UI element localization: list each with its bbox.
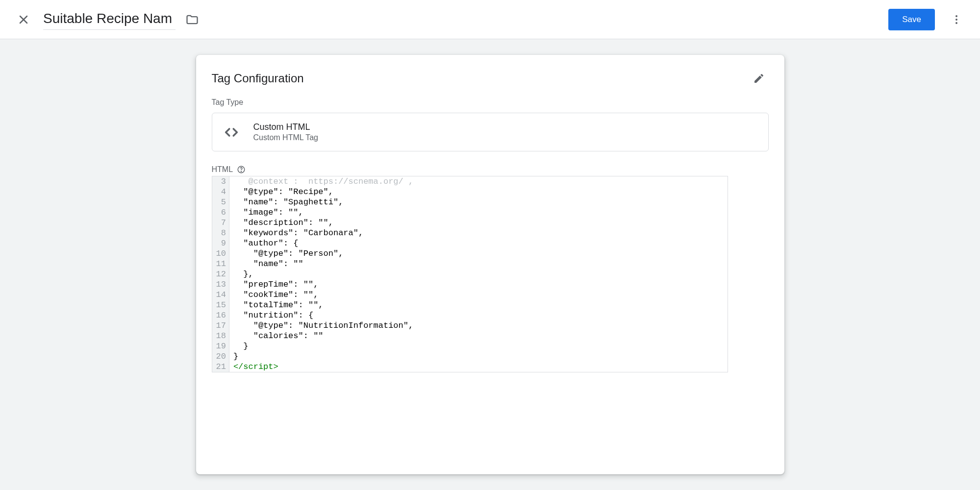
tag-type-name: Custom HTML xyxy=(253,122,318,132)
card-title: Tag Configuration xyxy=(212,72,304,85)
folder-button[interactable] xyxy=(185,13,199,26)
edit-button[interactable] xyxy=(749,69,769,88)
code-content[interactable]: @context : nttps://scnema.org/ , "@type"… xyxy=(229,176,728,372)
tag-type-selector[interactable]: Custom HTML Custom HTML Tag xyxy=(212,113,769,151)
folder-icon xyxy=(185,13,199,26)
header-actions: Save xyxy=(888,8,968,31)
more-vert-icon xyxy=(951,14,962,25)
code-gutter: 3456789101112131415161718192021 xyxy=(212,176,229,372)
pencil-icon xyxy=(753,73,765,84)
tag-config-card: Tag Configuration Tag Type Custom HTML C… xyxy=(196,55,784,474)
svg-point-4 xyxy=(955,22,957,24)
svg-point-6 xyxy=(241,171,241,172)
tag-name-input[interactable] xyxy=(43,9,176,30)
html-field-label: HTML xyxy=(212,165,233,174)
svg-point-3 xyxy=(955,19,957,21)
help-button[interactable] xyxy=(237,165,246,174)
app-header: Save xyxy=(0,0,980,39)
close-button[interactable] xyxy=(12,8,35,31)
title-area xyxy=(43,9,888,30)
tag-type-info: Custom HTML Custom HTML Tag xyxy=(253,122,318,142)
html-code-editor[interactable]: 3456789101112131415161718192021 @context… xyxy=(212,176,728,372)
html-label-row: HTML xyxy=(212,165,769,174)
help-icon xyxy=(237,165,246,174)
svg-point-2 xyxy=(955,15,957,17)
tag-type-label: Tag Type xyxy=(212,98,769,107)
save-button[interactable]: Save xyxy=(888,9,935,30)
tag-type-desc: Custom HTML Tag xyxy=(253,133,318,142)
card-header: Tag Configuration xyxy=(212,69,769,88)
content-area: Tag Configuration Tag Type Custom HTML C… xyxy=(0,39,980,490)
code-icon-wrapper xyxy=(223,124,240,141)
close-icon xyxy=(18,14,29,25)
more-menu-button[interactable] xyxy=(945,8,968,31)
code-icon xyxy=(223,124,240,141)
